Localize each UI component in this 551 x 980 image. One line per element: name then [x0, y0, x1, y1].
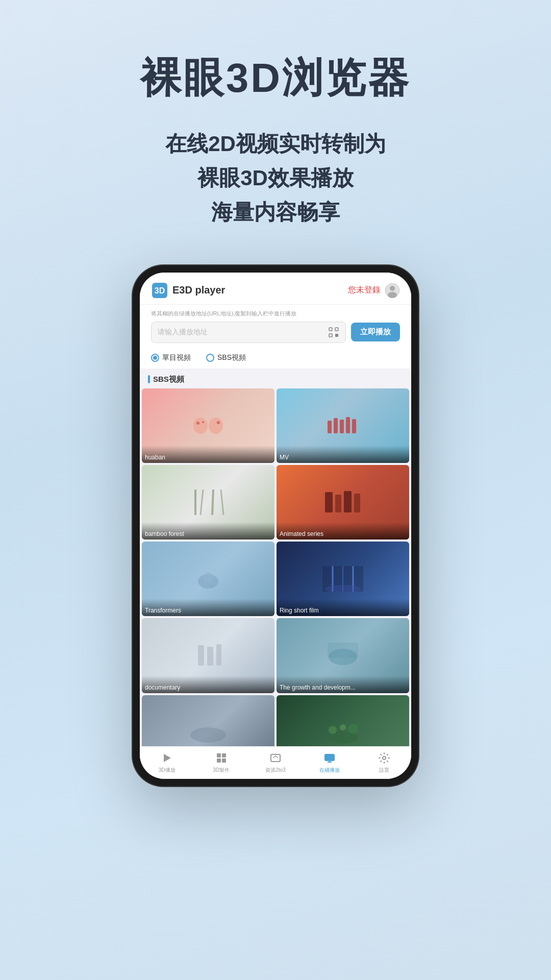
video-label-bamboo: bamboo forest [142, 522, 274, 540]
login-area[interactable]: 您未登錄 [348, 283, 400, 298]
svg-rect-47 [217, 758, 221, 763]
svg-rect-45 [217, 753, 221, 757]
sbs-section-title: SBS視頻 [153, 375, 184, 384]
svg-point-12 [202, 421, 204, 423]
nav-icon-3dmake [214, 751, 229, 765]
svg-rect-5 [329, 328, 332, 331]
svg-text:3D: 3D [155, 286, 165, 295]
video-label-mv: MV [277, 446, 409, 463]
video-thumb-mv[interactable]: MV [277, 388, 409, 463]
video-label-documentary: documentary [142, 676, 274, 693]
section-bar [148, 375, 150, 383]
radio-label-sbs: SBS視頻 [217, 353, 246, 362]
video-grid: huaban MV [140, 388, 411, 746]
thumb-bg-flight [142, 695, 274, 746]
nav-item-settings[interactable]: 設置 [357, 751, 411, 774]
thumb-bg-avatar [277, 695, 409, 746]
video-thumb-transformers[interactable]: Transformers [142, 542, 274, 616]
video-thumb-animated[interactable]: Animated series [277, 465, 409, 540]
nav-item-3dmake[interactable]: 3D製作 [194, 751, 248, 774]
svg-rect-50 [325, 754, 334, 761]
phone-screen: 3D E3D player 您未登錄 将其糊的在绿播放地址(URL地址),復製到… [140, 273, 411, 779]
url-hint: 将其糊的在绿播放地址(URL地址),復製到输入栏中進行播放 [151, 310, 400, 317]
radio-sbs[interactable]: SBS視頻 [206, 353, 246, 362]
video-thumb-avatar[interactable]: Avatar [277, 695, 409, 746]
video-thumb-flight[interactable]: Flight short film [142, 695, 274, 746]
svg-point-3 [390, 286, 395, 291]
svg-point-42 [348, 724, 358, 734]
video-label-ring: Ring short film [277, 599, 409, 616]
content-scroll[interactable]: SBS視頻 huaban [140, 369, 411, 746]
video-thumb-ring[interactable]: Ring short film [277, 542, 409, 616]
svg-point-9 [193, 418, 208, 434]
url-area: 将其糊的在绿播放地址(URL地址),復製到输入栏中進行播放 请输入播放地址 立即… [140, 305, 411, 349]
svg-rect-15 [334, 418, 338, 433]
sbs-section-header: SBS視頻 [140, 369, 411, 388]
video-label-growth: The growth and developm... [277, 676, 409, 693]
svg-rect-25 [344, 491, 352, 512]
nav-label-resource: 資源2to3 [265, 767, 285, 774]
svg-rect-14 [328, 421, 332, 433]
svg-rect-23 [325, 492, 333, 512]
hero-subtitle: 在线2D视频实时转制为 裸眼3D效果播放 海量内容畅享 [165, 127, 386, 230]
nav-item-resource[interactable]: 資源2to3 [248, 751, 303, 774]
svg-rect-38 [328, 643, 358, 658]
video-thumb-bamboo[interactable]: bamboo forest [142, 465, 274, 540]
nav-item-3dplay[interactable]: 3D播放 [140, 751, 194, 774]
svg-rect-17 [346, 417, 350, 433]
svg-point-28 [203, 572, 213, 582]
svg-rect-35 [207, 647, 213, 666]
video-label-animated: Animated series [277, 522, 409, 540]
svg-point-53 [383, 756, 386, 760]
play-button[interactable]: 立即播放 [351, 323, 400, 341]
svg-rect-16 [340, 420, 344, 433]
svg-rect-7 [329, 334, 332, 337]
radio-circle-unselected [206, 354, 214, 362]
nav-icon-3dplay [160, 751, 174, 765]
video-thumb-documentary[interactable]: documentary [142, 618, 274, 693]
url-input-row: 请输入播放地址 立即播放 [151, 322, 400, 343]
radio-circle-selected [151, 354, 159, 362]
nav-icon-settings [377, 751, 391, 765]
svg-point-39 [190, 727, 226, 743]
nav-icon-online [322, 751, 337, 765]
app-title: E3D player [172, 284, 225, 296]
svg-point-43 [340, 724, 346, 730]
svg-line-20 [201, 489, 203, 515]
svg-rect-24 [335, 495, 341, 512]
nav-label-3dplay: 3D播放 [159, 767, 176, 774]
radio-label-single: 單目視頻 [162, 353, 191, 362]
video-label-transformers: Transformers [142, 599, 274, 616]
svg-rect-8 [335, 334, 338, 337]
video-thumb-huaban[interactable]: huaban [142, 388, 274, 463]
bottom-nav: 3D播放 3D製作 [140, 746, 411, 779]
svg-marker-44 [164, 754, 171, 762]
video-label-huaban: huaban [142, 446, 274, 463]
nav-label-3dmake: 3D製作 [213, 767, 230, 774]
svg-rect-34 [198, 645, 204, 666]
url-placeholder: 请输入播放地址 [158, 328, 208, 337]
nav-label-settings: 設置 [379, 767, 389, 774]
nav-item-online-play[interactable]: 在綫播放 [303, 751, 357, 774]
svg-rect-26 [354, 494, 360, 512]
svg-line-21 [212, 489, 213, 515]
url-input-box[interactable]: 请输入播放地址 [151, 322, 346, 343]
scan-icon [328, 327, 339, 338]
svg-rect-36 [216, 644, 221, 666]
app-logo-icon: 3D [151, 282, 168, 299]
svg-rect-48 [222, 758, 226, 763]
svg-point-11 [196, 422, 199, 425]
phone-mockup: 3D E3D player 您未登錄 将其糊的在绿播放地址(URL地址),復製到… [133, 265, 418, 786]
avatar-icon [385, 283, 400, 298]
svg-point-13 [217, 421, 220, 424]
nav-label-online: 在綫播放 [319, 767, 340, 774]
app-header: 3D E3D player 您未登錄 [140, 273, 411, 305]
svg-point-41 [329, 726, 337, 734]
app-logo-row: 3D E3D player [151, 282, 225, 299]
video-thumb-growth[interactable]: The growth and developm... [277, 618, 409, 693]
svg-rect-6 [335, 328, 338, 331]
radio-single-eye[interactable]: 單目視頻 [151, 353, 191, 362]
login-text[interactable]: 您未登錄 [348, 285, 381, 296]
svg-point-4 [388, 292, 397, 298]
radio-row: 單目視頻 SBS視頻 [140, 349, 411, 369]
